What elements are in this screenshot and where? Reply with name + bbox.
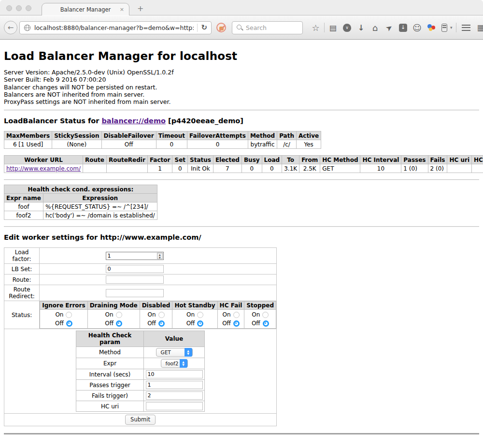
interval-label: Interval (secs) [76, 369, 144, 380]
cell-hc-uri [447, 164, 472, 173]
reload-icon[interactable]: ↻ [201, 23, 207, 32]
divider [4, 226, 479, 227]
status-table: Ignore Errors Draining Mode Disabled Hot… [40, 301, 276, 329]
content-blocker-icon[interactable] [216, 23, 226, 32]
status-cell-hot-standby: On Off [172, 310, 217, 329]
status-off-radio[interactable] [233, 320, 240, 327]
tab-bar: Balancer Manager × + [0, 0, 483, 15]
load-factor-input[interactable] [106, 252, 164, 260]
column-header: Hot Standby [172, 302, 217, 310]
cell-stickysession: (None) [52, 140, 101, 149]
worker-url-link[interactable]: http://www.example.com/ [6, 165, 81, 172]
cell-factor: 1 [147, 164, 172, 173]
column-header: FailoverAttempts [187, 131, 248, 140]
column-header: Path [277, 131, 297, 140]
cell-expr-name: foof2 [4, 211, 43, 220]
reading-list-icon[interactable]: ▤ [326, 23, 340, 32]
search-bar[interactable] [232, 21, 303, 34]
submit-button[interactable]: Submit [125, 415, 156, 425]
status-off-radio[interactable] [116, 320, 122, 327]
hc-uri-input[interactable] [146, 402, 203, 410]
column-header: Worker URL [4, 156, 83, 164]
method-select[interactable]: GET▲▼ [156, 348, 193, 357]
fails-input[interactable] [146, 391, 203, 400]
status-on-radio[interactable] [116, 312, 122, 318]
column-header: HC Interval [360, 156, 401, 164]
off-label: Off [186, 320, 195, 327]
url-bar[interactable]: localhost:8880/balancer-manager?b=demo&w… [19, 21, 212, 34]
divider [4, 110, 479, 111]
column-header: HC uri [447, 156, 472, 164]
passes-input[interactable] [146, 381, 203, 389]
route-input[interactable] [106, 275, 164, 284]
status-off-radio[interactable] [197, 320, 203, 327]
form-row-health-check: Health Check param Value Method GET▲▼ Ex… [4, 329, 277, 414]
downloads-icon[interactable]: ↓ [354, 23, 368, 32]
status-on-radio[interactable] [233, 312, 240, 318]
hc-row-passes: Passes trigger [76, 380, 205, 390]
number-spinner-icon[interactable]: ▲▼ [157, 253, 163, 259]
interval-input[interactable] [146, 370, 203, 378]
chat-smiley-icon[interactable]: ☺ [410, 23, 424, 33]
server-info: Server Version: Apache/2.5.0-dev (Unix) … [4, 69, 479, 105]
zoom-window-button[interactable] [26, 5, 31, 11]
cell-elected: 7 [213, 164, 242, 173]
status-cell-ignore-errors: On Off [40, 310, 87, 329]
balancer-status-heading: LoadBalancer Status for balancer://demo … [4, 117, 479, 125]
balancer-demo-link[interactable]: balancer://demo [101, 117, 166, 125]
status-on-radio[interactable] [158, 312, 165, 318]
cell-method: bytraffic [248, 140, 277, 149]
cell-active: Yes [296, 140, 321, 149]
lb-set-input[interactable] [106, 265, 164, 273]
cell-hc-interval: 10 [360, 164, 401, 173]
form-row-route-redirect: Route Redirect: [4, 285, 277, 301]
column-header: RouteRedir [106, 156, 147, 164]
hc-row-method: Method GET▲▼ [76, 347, 205, 358]
server-version-line: Server Version: Apache/2.5.0-dev (Unix) … [4, 69, 479, 76]
pocket-icon[interactable]: ∨ [343, 24, 351, 32]
tab-balancer-manager[interactable]: Balancer Manager × [42, 3, 129, 15]
balancer-status-table: MaxMembers StickySession DisableFailover… [4, 131, 321, 149]
status-on-radio[interactable] [262, 312, 269, 318]
window-controls[interactable] [6, 5, 31, 11]
off-label: Off [147, 320, 156, 327]
column-header: Timeout [156, 131, 187, 140]
status-off-radio[interactable] [263, 320, 269, 327]
close-window-button[interactable] [6, 5, 12, 11]
panel-download-icon[interactable]: ↓ [399, 24, 407, 32]
worker-table: Worker URL Route RouteRedir Factor Set S… [4, 155, 483, 173]
column-header: From [299, 156, 320, 164]
cell-hc-expr: foof2 [472, 164, 483, 173]
on-label: On [252, 311, 260, 318]
tab-close-icon[interactable]: × [120, 6, 124, 13]
bookmark-star-icon[interactable]: ☆ [309, 23, 323, 33]
status-on-radio[interactable] [197, 312, 203, 318]
expr-select[interactable]: foof2▲▼ [161, 359, 188, 368]
minimize-window-button[interactable] [16, 5, 22, 11]
new-tab-button[interactable]: + [137, 4, 143, 13]
url-text[interactable]: localhost:8880/balancer-manager?b=demo&w… [34, 24, 194, 31]
back-button[interactable]: ← [4, 21, 17, 34]
tiles-grid-icon[interactable]: ▦ [477, 23, 483, 32]
send-tab-icon[interactable]: ➤ [382, 23, 396, 32]
container-battery-icon[interactable] [441, 24, 447, 32]
route-redirect-input[interactable] [106, 289, 164, 297]
search-icon [236, 24, 243, 31]
lb-set-label: LB Set: [4, 264, 40, 275]
home-icon[interactable]: ⌂ [368, 23, 382, 33]
column-header: Elected [213, 156, 242, 164]
on-label: On [147, 311, 156, 318]
status-off-radio[interactable] [66, 320, 72, 327]
chevron-down-icon[interactable]: ▾ [450, 25, 453, 30]
search-input[interactable] [246, 24, 294, 31]
extension-dots-icon[interactable] [426, 23, 436, 32]
footer-divider [4, 433, 479, 434]
health-check-param-table: Health Check param Value Method GET▲▼ Ex… [76, 331, 205, 412]
health-check-expressions-table: Health check cond. expressions: Expr nam… [4, 185, 157, 220]
menu-hamburger-icon[interactable] [462, 25, 470, 31]
status-on-radio[interactable] [66, 312, 72, 318]
heading-prefix: LoadBalancer Status for [4, 117, 101, 125]
column-header: Busy [242, 156, 262, 164]
status-off-radio[interactable] [158, 320, 165, 327]
fails-label: Fails trigger) [76, 390, 144, 401]
